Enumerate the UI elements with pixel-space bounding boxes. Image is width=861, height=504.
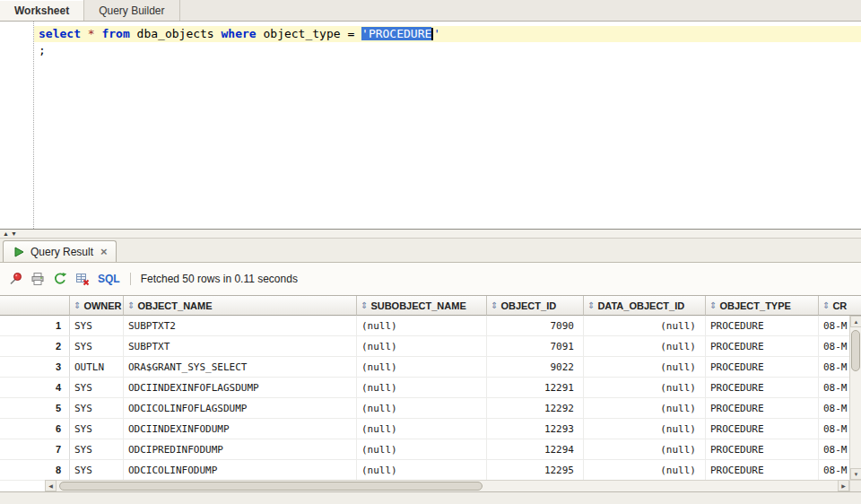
grid-cell[interactable]: (null) (584, 316, 706, 336)
row-number[interactable]: 5 (0, 398, 70, 419)
horizontal-scroll-thumb[interactable] (59, 482, 483, 491)
table-row[interactable]: 2SYSSUBPTXT(null)7091(null)PROCEDURE08-M (0, 336, 861, 357)
column-header-object_type[interactable]: ⇕OBJECT_TYPE (706, 296, 819, 316)
column-header-object_name[interactable]: ⇕OBJECT_NAME (124, 296, 357, 316)
grid-cell[interactable]: 12295 (487, 460, 584, 481)
vertical-scrollbar[interactable]: ▲ ▼ (849, 316, 861, 480)
splitter-collapse-up-icon[interactable]: ▲ (3, 230, 9, 237)
column-header-owner[interactable]: ⇕OWNER (70, 296, 124, 316)
grid-cell[interactable]: PROCEDURE (706, 419, 819, 439)
grid-cell[interactable]: (null) (357, 398, 487, 419)
horizontal-scrollbar[interactable]: ◀ ▶ (45, 480, 849, 491)
table-row[interactable]: 7SYSODCIPREDINFODUMP(null)12294(null)PRO… (0, 439, 861, 460)
row-number-header (0, 296, 70, 316)
grid-cell[interactable]: SYS (70, 316, 124, 336)
splitter-collapse-down-icon[interactable]: ▼ (11, 230, 17, 237)
tab-worksheet[interactable]: Worksheet (0, 0, 84, 21)
grid-cell[interactable]: 9022 (487, 357, 584, 378)
grid-cell[interactable]: 7090 (487, 316, 584, 336)
grid-cell[interactable]: (null) (584, 378, 706, 398)
grid-cell[interactable]: (null) (357, 316, 487, 336)
column-header-data_object_id[interactable]: ⇕DATA_OBJECT_ID (584, 296, 706, 316)
panel-splitter[interactable]: ▲ ▼ (0, 230, 861, 239)
tab-query-result[interactable]: Query Result × (3, 240, 117, 262)
grid-cell[interactable]: PROCEDURE (706, 460, 819, 481)
row-number[interactable]: 1 (0, 316, 70, 336)
column-header-object_id[interactable]: ⇕OBJECT_ID (487, 296, 584, 316)
column-header-subobject_name[interactable]: ⇕SUBOBJECT_NAME (357, 296, 487, 316)
grid-cell[interactable]: 12293 (487, 419, 584, 439)
grid-cell[interactable]: SYS (70, 439, 124, 460)
table-row[interactable]: 1SYSSUBPTXT2(null)7090(null)PROCEDURE08-… (0, 316, 861, 336)
grid-cell[interactable]: (null) (357, 357, 487, 378)
code-line[interactable]: ; (34, 42, 861, 58)
scroll-left-icon[interactable]: ◀ (45, 480, 57, 491)
grid-cell[interactable]: (null) (357, 336, 487, 357)
grid-cell[interactable]: OUTLN (70, 357, 124, 378)
row-number[interactable]: 2 (0, 336, 70, 357)
table-row[interactable]: 5SYSODCICOLINFOFLAGSDUMP(null)12292(null… (0, 398, 861, 419)
row-number[interactable]: 4 (0, 378, 70, 398)
grid-cell[interactable]: PROCEDURE (706, 357, 819, 378)
table-row[interactable]: 6SYSODCIINDEXINFODUMP(null)12293(null)PR… (0, 419, 861, 439)
grid-cell[interactable]: (null) (584, 460, 706, 481)
scroll-right-icon[interactable]: ▶ (838, 480, 849, 491)
pin-result-button[interactable] (8, 272, 22, 286)
grid-cell[interactable]: PROCEDURE (706, 439, 819, 460)
row-number[interactable]: 3 (0, 357, 70, 378)
column-header-cr[interactable]: ⇕CR (819, 296, 861, 316)
row-number[interactable]: 7 (0, 439, 70, 460)
grid-cell[interactable]: PROCEDURE (706, 336, 819, 357)
table-row[interactable]: 8SYSODCICOLINFODUMP(null)12295(null)PROC… (0, 460, 861, 481)
table-row[interactable]: 4SYSODCIINDEXINFOFLAGSDUMP(null)12291(nu… (0, 378, 861, 398)
vertical-scroll-thumb[interactable] (851, 330, 860, 371)
grid-cell[interactable]: (null) (584, 439, 706, 460)
grid-cell[interactable]: ODCICOLINFODUMP (124, 460, 357, 481)
grid-cell[interactable]: SYS (70, 419, 124, 439)
clear-result-button[interactable] (75, 272, 90, 286)
grid-cell[interactable]: ODCIINDEXINFOFLAGSDUMP (124, 378, 357, 398)
grid-cell[interactable]: (null) (584, 336, 706, 357)
selected-text: 'PROCEDURE (361, 27, 431, 40)
print-button[interactable] (30, 272, 45, 286)
grid-cell[interactable]: SUBPTXT (124, 336, 357, 357)
grid-cell[interactable]: 12291 (487, 378, 584, 398)
grid-cell[interactable]: (null) (357, 460, 487, 481)
grid-cell[interactable]: (null) (357, 378, 487, 398)
scroll-down-icon[interactable]: ▼ (850, 468, 861, 480)
grid-cell[interactable]: (null) (584, 357, 706, 378)
grid-cell[interactable]: 12292 (487, 398, 584, 419)
code-line[interactable]: select * from dba_objects where object_t… (34, 26, 861, 42)
grid-cell[interactable]: 12294 (487, 439, 584, 460)
grid-cell[interactable]: PROCEDURE (706, 316, 819, 336)
code-token (81, 27, 88, 40)
sql-editor[interactable]: select * from dba_objects where object_t… (0, 22, 861, 230)
tab-query-builder[interactable]: Query Builder (84, 0, 179, 21)
code-area[interactable]: select * from dba_objects where object_t… (34, 22, 861, 229)
editor-gutter (0, 22, 34, 229)
grid-cell[interactable]: ODCIPREDINFODUMP (124, 439, 357, 460)
row-number[interactable]: 8 (0, 460, 70, 481)
row-number[interactable]: 6 (0, 419, 70, 439)
grid-cell[interactable]: SUBPTXT2 (124, 316, 357, 336)
refresh-button[interactable] (53, 272, 67, 286)
grid-cell[interactable]: PROCEDURE (706, 398, 819, 419)
table-row[interactable]: 3OUTLNORA$GRANT_SYS_SELECT(null)9022(nul… (0, 357, 861, 378)
grid-cell[interactable]: SYS (70, 336, 124, 357)
close-result-tab-icon[interactable]: × (100, 245, 108, 258)
grid-cell[interactable]: SYS (70, 460, 124, 481)
sql-toolbar-label: SQL (98, 273, 120, 285)
grid-cell[interactable]: 7091 (487, 336, 584, 357)
scroll-up-icon[interactable]: ▲ (850, 316, 861, 327)
grid-cell[interactable]: (null) (357, 419, 487, 439)
grid-cell[interactable]: SYS (70, 378, 124, 398)
grid-cell[interactable]: ODCIINDEXINFODUMP (124, 419, 357, 439)
code-token: select (39, 27, 81, 40)
grid-cell[interactable]: SYS (70, 398, 124, 419)
grid-cell[interactable]: (null) (584, 419, 706, 439)
grid-cell[interactable]: PROCEDURE (706, 378, 819, 398)
grid-cell[interactable]: ORA$GRANT_SYS_SELECT (124, 357, 357, 378)
grid-cell[interactable]: ODCICOLINFOFLAGSDUMP (124, 398, 357, 419)
grid-cell[interactable]: (null) (584, 398, 706, 419)
grid-cell[interactable]: (null) (357, 439, 487, 460)
